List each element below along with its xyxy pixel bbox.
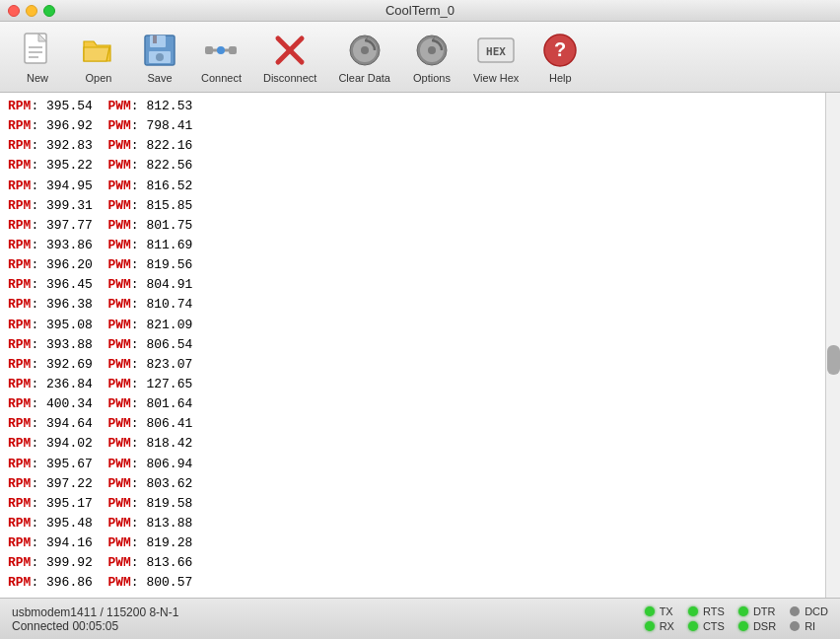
svg-rect-7 bbox=[153, 36, 157, 43]
options-button[interactable]: Options bbox=[402, 27, 461, 88]
minimize-button[interactable] bbox=[26, 5, 37, 17]
connect-label: Connect bbox=[201, 72, 242, 84]
terminal-line: RPM: 394.95 PWM: 816.52 bbox=[8, 177, 817, 196]
toolbar: New Open Save bbox=[0, 22, 840, 93]
svg-rect-10 bbox=[205, 46, 213, 54]
view-hex-label: View Hex bbox=[473, 72, 519, 84]
cts-indicator: CTS bbox=[688, 620, 725, 632]
view-hex-button[interactable]: HEX View Hex bbox=[463, 27, 528, 88]
terminal-line: RPM: 396.38 PWM: 810.74 bbox=[8, 295, 817, 315]
clear-data-label: Clear Data bbox=[338, 72, 390, 84]
terminal[interactable]: RPM: 395.54 PWM: 812.53RPM: 396.92 PWM: … bbox=[0, 93, 825, 598]
svg-point-18 bbox=[361, 46, 369, 54]
dcd-indicator: DCD bbox=[790, 605, 828, 617]
terminal-line: RPM: 395.08 PWM: 821.09 bbox=[8, 316, 817, 335]
terminal-line: RPM: 399.31 PWM: 815.85 bbox=[8, 196, 817, 216]
terminal-line: RPM: 400.34 PWM: 801.64 bbox=[8, 394, 817, 414]
terminal-line: RPM: 393.88 PWM: 806.54 bbox=[8, 335, 817, 355]
dcd-label: DCD bbox=[805, 605, 828, 617]
connection-info: usbmodem1411 / 115200 8-N-1 bbox=[12, 605, 645, 619]
rts-indicator: RTS bbox=[688, 605, 725, 617]
connect-icon bbox=[201, 31, 241, 70]
svg-rect-11 bbox=[229, 46, 237, 54]
status-right: TX RX RTS CTS DTR DSR bbox=[645, 605, 828, 632]
tx-indicator: TX bbox=[645, 605, 674, 617]
open-button[interactable]: Open bbox=[69, 27, 128, 88]
options-icon bbox=[412, 31, 452, 70]
open-icon bbox=[79, 31, 118, 70]
status-left: usbmodem1411 / 115200 8-N-1 Connected 00… bbox=[12, 605, 645, 633]
terminal-line: RPM: 394.64 PWM: 806.41 bbox=[8, 414, 817, 434]
view-hex-icon: HEX bbox=[476, 31, 516, 70]
rx-label: RX bbox=[660, 620, 674, 632]
terminal-line: RPM: 394.16 PWM: 819.28 bbox=[8, 533, 817, 553]
close-button[interactable] bbox=[8, 5, 20, 17]
svg-text:?: ? bbox=[554, 38, 566, 60]
dtr-dsr-group: DTR DSR bbox=[738, 605, 776, 632]
new-icon bbox=[18, 31, 57, 70]
terminal-line: RPM: 396.86 PWM: 800.57 bbox=[8, 573, 817, 593]
clear-data-icon bbox=[345, 31, 385, 70]
dcd-ri-group: DCD RI bbox=[790, 605, 828, 632]
main-area: RPM: 395.54 PWM: 812.53RPM: 396.92 PWM: … bbox=[0, 93, 840, 598]
svg-rect-6 bbox=[150, 36, 166, 47]
terminal-line: RPM: 395.54 PWM: 812.53 bbox=[8, 97, 817, 116]
options-label: Options bbox=[413, 72, 451, 84]
scrollbar[interactable] bbox=[825, 93, 840, 598]
terminal-line: RPM: 395.17 PWM: 819.58 bbox=[8, 494, 817, 514]
status-bar: usbmodem1411 / 115200 8-N-1 Connected 00… bbox=[0, 598, 840, 639]
svg-point-13 bbox=[217, 46, 225, 54]
terminal-line: RPM: 393.86 PWM: 811.69 bbox=[8, 236, 817, 255]
tx-rx-group: TX RX bbox=[645, 605, 674, 632]
terminal-line: RPM: 394.02 PWM: 818.42 bbox=[8, 434, 817, 454]
terminal-line: RPM: 397.22 PWM: 803.62 bbox=[8, 474, 817, 494]
ri-led bbox=[790, 621, 800, 631]
save-icon bbox=[140, 31, 179, 70]
terminal-line: RPM: 399.92 PWM: 813.66 bbox=[8, 553, 817, 573]
terminal-line: RPM: 397.77 PWM: 801.75 bbox=[8, 216, 817, 236]
dsr-indicator: DSR bbox=[738, 620, 776, 632]
rts-cts-group: RTS CTS bbox=[688, 605, 725, 632]
terminal-line: RPM: 392.69 PWM: 823.07 bbox=[8, 355, 817, 375]
dtr-led bbox=[738, 606, 748, 616]
ri-label: RI bbox=[805, 620, 815, 632]
connection-time: Connected 00:05:05 bbox=[12, 619, 645, 633]
terminal-line: RPM: 395.48 PWM: 813.88 bbox=[8, 514, 817, 533]
cts-label: CTS bbox=[703, 620, 725, 632]
terminal-line: RPM: 395.22 PWM: 822.56 bbox=[8, 156, 817, 176]
tx-led bbox=[645, 606, 655, 616]
terminal-line: RPM: 396.92 PWM: 798.41 bbox=[8, 116, 817, 136]
open-label: Open bbox=[86, 72, 112, 84]
dsr-led bbox=[738, 621, 748, 631]
new-label: New bbox=[27, 72, 48, 84]
help-button[interactable]: ? Help bbox=[530, 27, 590, 88]
svg-point-21 bbox=[428, 46, 436, 54]
disconnect-button[interactable]: Disconnect bbox=[253, 27, 326, 88]
cts-led bbox=[688, 621, 698, 631]
help-icon: ? bbox=[540, 31, 580, 70]
dtr-label: DTR bbox=[753, 605, 776, 617]
rx-led bbox=[645, 621, 655, 631]
connect-button[interactable]: Connect bbox=[191, 27, 251, 88]
disconnect-icon bbox=[270, 31, 310, 70]
maximize-button[interactable] bbox=[43, 5, 55, 17]
terminal-line: RPM: 392.83 PWM: 822.16 bbox=[8, 136, 817, 156]
clear-data-button[interactable]: Clear Data bbox=[328, 27, 400, 88]
rts-label: RTS bbox=[703, 605, 725, 617]
window-title: CoolTerm_0 bbox=[385, 3, 455, 18]
disconnect-label: Disconnect bbox=[263, 72, 316, 84]
save-button[interactable]: Save bbox=[130, 27, 189, 88]
terminal-line: RPM: 395.67 PWM: 806.94 bbox=[8, 455, 817, 474]
dcd-led bbox=[790, 606, 800, 616]
scrollbar-thumb[interactable] bbox=[827, 345, 840, 375]
svg-text:HEX: HEX bbox=[486, 45, 506, 58]
svg-point-9 bbox=[156, 53, 164, 61]
dsr-label: DSR bbox=[753, 620, 776, 632]
rx-indicator: RX bbox=[645, 620, 674, 632]
terminal-line: RPM: 236.84 PWM: 127.65 bbox=[8, 375, 817, 394]
new-button[interactable]: New bbox=[8, 27, 67, 88]
terminal-line: RPM: 396.45 PWM: 804.91 bbox=[8, 275, 817, 295]
tx-label: TX bbox=[660, 605, 673, 617]
terminal-line: RPM: 396.20 PWM: 819.56 bbox=[8, 255, 817, 275]
save-label: Save bbox=[147, 72, 172, 84]
